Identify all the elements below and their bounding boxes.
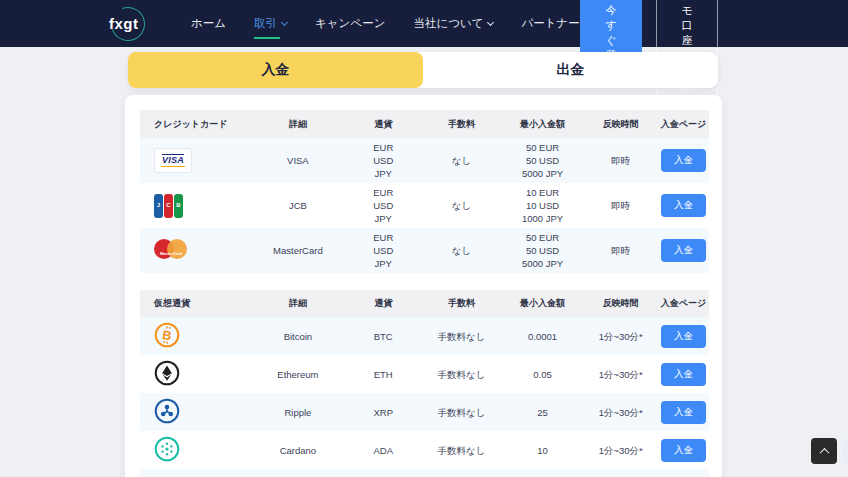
min-deposit-cell: 0.05 <box>501 355 584 393</box>
col-header-currency: 通貨 <box>345 290 422 317</box>
deposit-withdraw-tabs: 入金 出金 <box>128 52 718 88</box>
top-navbar: fxgt ホーム 取引 キャンペーン 当社について <box>0 0 848 47</box>
currency-cell: EUR USD JPY <box>345 138 422 183</box>
deposit-button[interactable]: 入金 <box>661 439 706 462</box>
currency-cell: XRP <box>345 393 422 431</box>
detail-cell: Cardano <box>251 431 345 469</box>
deposit-button[interactable]: 入金 <box>661 239 706 262</box>
col-header-time: 反映時間 <box>584 290 658 317</box>
min-deposit-cell: 10 EUR 10 USD 1000 JPY <box>501 183 584 228</box>
nav-label: 取引 <box>254 16 277 31</box>
active-nav-underline <box>254 37 280 39</box>
col-header-currency: 通貨 <box>345 110 422 138</box>
table-row-partial <box>140 469 709 477</box>
crypto-table: 仮想通貨 詳細 通貨 手数料 最小入金額 反映時間 入金ページ B <box>140 290 709 477</box>
deposit-button[interactable]: 入金 <box>661 401 706 424</box>
nav-item-campaign[interactable]: キャンペーン <box>315 16 385 31</box>
currency-cell: ETH <box>345 355 422 393</box>
edge-widget-partial[interactable] <box>842 437 848 465</box>
min-deposit-cell: 25 <box>501 393 584 431</box>
fee-cell: 手数料なし <box>422 393 502 431</box>
table-row-ripple: Ripple XRP 手数料なし 25 1分~30分* 入金 <box>140 393 709 431</box>
col-header-crypto: 仮想通貨 <box>140 290 251 317</box>
fxgt-logo[interactable]: fxgt <box>103 6 161 42</box>
fee-cell: 手数料なし <box>422 355 502 393</box>
col-header-fee: 手数料 <box>422 110 502 138</box>
deposit-button[interactable]: 入金 <box>661 149 706 172</box>
nav-label: キャンペーン <box>315 16 385 31</box>
visa-logo: VISA <box>154 148 192 173</box>
time-cell: 即時 <box>584 183 658 228</box>
table-row-jcb: J C B JCB EUR USD JPY なし 10 EUR 10 USD 1… <box>140 183 709 228</box>
col-header-deposit-page: 入金ページ <box>658 290 709 317</box>
col-header-detail: 詳細 <box>251 290 345 317</box>
min-deposit-cell: 50 EUR 50 USD 5000 JPY <box>501 228 584 273</box>
fee-cell: なし <box>422 228 502 273</box>
nav-item-home[interactable]: ホーム <box>191 16 226 31</box>
deposit-button[interactable]: 入金 <box>661 363 706 386</box>
chevron-down-icon <box>487 19 494 26</box>
ripple-icon <box>154 398 180 424</box>
credit-table-header: クレジットカード 詳細 通貨 手数料 最小入金額 反映時間 入金ページ <box>140 110 709 138</box>
detail-cell: JCB <box>251 183 345 228</box>
credit-card-table: クレジットカード 詳細 通貨 手数料 最小入金額 反映時間 入金ページ VISA… <box>140 110 709 273</box>
cardano-icon <box>154 436 180 462</box>
detail-cell: VISA <box>251 138 345 183</box>
deposit-button[interactable]: 入金 <box>661 325 706 348</box>
fee-cell: 手数料なし <box>422 431 502 469</box>
detail-cell: MasterCard <box>251 228 345 273</box>
main-nav: ホーム 取引 キャンペーン 当社について パートナー <box>191 16 580 31</box>
time-cell: 1分~30分* <box>584 393 658 431</box>
col-header-deposit-page: 入金ページ <box>658 110 709 138</box>
bitcoin-icon: B <box>154 322 180 348</box>
scroll-to-top-button[interactable] <box>811 438 837 464</box>
detail-cell: Ethereum <box>251 355 345 393</box>
col-header-fee: 手数料 <box>422 290 502 317</box>
mastercard-logo: MasterCard <box>154 238 188 260</box>
currency-cell: BTC <box>345 317 422 355</box>
table-row-ethereum: Ethereum ETH 手数料なし 0.05 1分~30分* 入金 <box>140 355 709 393</box>
fee-cell: なし <box>422 138 502 183</box>
detail-cell: Bitcoin <box>251 317 345 355</box>
time-cell: 即時 <box>584 228 658 273</box>
crypto-table-header: 仮想通貨 詳細 通貨 手数料 最小入金額 反映時間 入金ページ <box>140 290 709 317</box>
ethereum-icon <box>154 360 180 386</box>
jcb-logo: J C B <box>154 193 183 218</box>
table-row-mastercard: MasterCard MasterCard EUR USD JPY なし 50 … <box>140 228 709 273</box>
tab-deposit[interactable]: 入金 <box>128 52 423 88</box>
col-header-min-deposit: 最小入金額 <box>501 110 584 138</box>
nav-item-about[interactable]: 当社について <box>413 16 493 31</box>
time-cell: 1分~30分* <box>584 317 658 355</box>
nav-item-trading[interactable]: 取引 <box>254 16 287 31</box>
deposit-button[interactable]: 入金 <box>661 194 706 217</box>
currency-cell: EUR USD JPY <box>345 228 422 273</box>
nav-label: パートナー <box>521 16 579 31</box>
logo-text: fxgt <box>103 15 139 32</box>
time-cell: 1分~30分* <box>584 355 658 393</box>
chevron-up-icon <box>819 447 829 457</box>
nav-item-partner[interactable]: パートナー <box>521 16 579 31</box>
currency-cell: EUR USD JPY <box>345 183 422 228</box>
table-row-cardano: Cardano ADA 手数料なし 10 1分~30分* 入金 <box>140 431 709 469</box>
svg-text:B: B <box>161 327 172 342</box>
table-row-visa: VISA VISA EUR USD JPY なし 50 EUR 50 USD 5… <box>140 138 709 183</box>
tab-withdraw[interactable]: 出金 <box>423 52 718 88</box>
chevron-down-icon <box>281 19 288 26</box>
time-cell: 1分~30分* <box>584 431 658 469</box>
time-cell: 即時 <box>584 138 658 183</box>
detail-cell: Ripple <box>251 393 345 431</box>
currency-cell: ADA <box>345 431 422 469</box>
min-deposit-cell: 10 <box>501 431 584 469</box>
col-header-detail: 詳細 <box>251 110 345 138</box>
col-header-credit-card: クレジットカード <box>140 110 251 138</box>
deposit-page: fxgt ホーム 取引 キャンペーン 当社について <box>0 0 848 477</box>
min-deposit-cell: 0.0001 <box>501 317 584 355</box>
payment-methods-card: クレジットカード 詳細 通貨 手数料 最小入金額 反映時間 入金ページ VISA… <box>125 95 722 477</box>
fee-cell: なし <box>422 183 502 228</box>
nav-label: 当社について <box>413 16 483 31</box>
fee-cell: 手数料なし <box>422 317 502 355</box>
min-deposit-cell: 50 EUR 50 USD 5000 JPY <box>501 138 584 183</box>
col-header-min-deposit: 最小入金額 <box>501 290 584 317</box>
nav-label: ホーム <box>191 16 226 31</box>
col-header-time: 反映時間 <box>584 110 658 138</box>
